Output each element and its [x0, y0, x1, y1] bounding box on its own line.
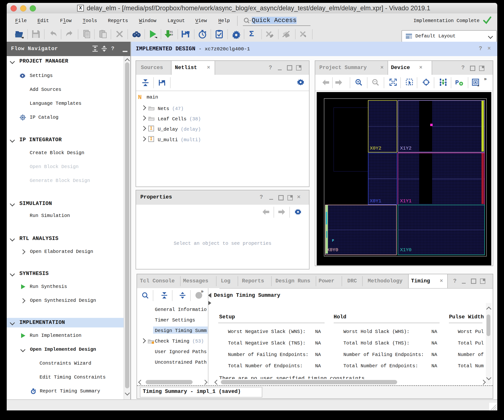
- svg-text:10: 10: [170, 33, 173, 36]
- svg-text:P: P: [455, 79, 459, 86]
- svg-text:01: 01: [170, 30, 173, 33]
